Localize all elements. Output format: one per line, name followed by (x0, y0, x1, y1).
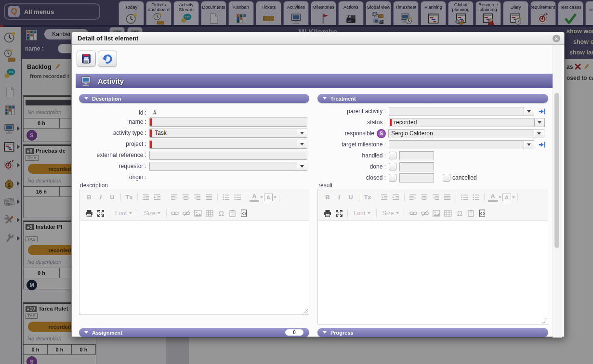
link-icon[interactable] (170, 208, 180, 219)
remove-format-icon[interactable]: Tx (363, 192, 372, 203)
done-checkbox[interactable] (389, 163, 396, 170)
activity-type-select[interactable]: Task (149, 129, 297, 138)
tab-planning[interactable]: Planning (421, 1, 446, 25)
section-description[interactable]: Description (79, 94, 309, 103)
underline-icon[interactable]: U (346, 192, 356, 203)
dialog-scrollbar[interactable] (553, 45, 562, 338)
size-dropdown[interactable]: Size (144, 210, 160, 217)
link-icon[interactable] (409, 208, 418, 219)
project-dropdown-button[interactable] (297, 140, 307, 149)
sidebar-item-activity-stream[interactable] (3, 66, 21, 81)
tab-global-planning[interactable]: Global planning (448, 1, 474, 25)
sidebar-item-admin-menu[interactable] (3, 231, 21, 246)
tab-test-sessions[interactable]: Test sessions (585, 1, 593, 25)
text-color-icon[interactable]: A (250, 193, 259, 202)
align-center-icon[interactable] (181, 192, 191, 203)
paste-from-word-icon[interactable] (228, 208, 237, 219)
source-icon[interactable] (478, 208, 488, 219)
show-work-link[interactable]: show work o (567, 28, 593, 35)
tab-milestones[interactable]: Milestones (311, 1, 336, 25)
maximize-icon[interactable] (334, 208, 344, 219)
dialog-title-bar[interactable]: Detail of list element × (72, 32, 564, 45)
indent-icon[interactable] (391, 192, 401, 203)
bg-color-icon[interactable]: A (502, 194, 511, 201)
description-editor[interactable]: B I U Tx A A Font Size (79, 189, 309, 315)
sidebar-item-documents[interactable] (3, 85, 21, 99)
responsible-select[interactable]: Sergio Calderon (388, 129, 534, 138)
resize-handle[interactable] (542, 318, 547, 323)
tab-global-view[interactable]: Global view (366, 1, 391, 25)
sidebar-item-today[interactable] (3, 30, 21, 44)
handled-date-input[interactable] (399, 151, 434, 160)
sidebar-item-requirements-menu[interactable] (3, 158, 21, 172)
tab-today[interactable]: Today (119, 1, 144, 25)
sidebar-item-activities-menu[interactable] (3, 121, 21, 136)
italic-icon[interactable]: I (334, 192, 344, 203)
tab-requirements[interactable]: Requirements (530, 1, 556, 25)
align-right-icon[interactable] (193, 192, 202, 203)
align-center-icon[interactable] (420, 192, 429, 203)
status-dropdown-button[interactable] (535, 118, 545, 127)
responsible-dropdown-button[interactable] (534, 129, 544, 138)
sidebar-item-reports-menu[interactable] (3, 195, 21, 209)
numbered-list-icon[interactable] (221, 192, 231, 203)
source-icon[interactable] (239, 208, 249, 219)
table-icon[interactable] (443, 208, 453, 219)
result-editor[interactable]: B I U Tx A A Font Size (317, 189, 548, 325)
goto-target-milestone-button[interactable] (538, 141, 546, 149)
tab-activities[interactable]: Activities (283, 1, 309, 25)
image-icon[interactable] (432, 208, 441, 219)
requestor-dropdown-button[interactable] (297, 162, 307, 171)
delete-icon[interactable] (574, 63, 581, 70)
sidebar-item-financial-menu[interactable] (3, 176, 21, 191)
bold-icon[interactable]: B (84, 192, 94, 203)
pencil-icon[interactable] (583, 63, 590, 70)
size-dropdown[interactable]: Size (382, 210, 399, 217)
remove-format-icon[interactable]: Tx (124, 192, 134, 203)
show-large-link[interactable]: show larg (569, 49, 593, 56)
font-dropdown[interactable]: Font (115, 210, 132, 217)
external-reference-input[interactable] (149, 151, 307, 160)
bg-color-icon[interactable]: A (264, 194, 273, 201)
tab-tickets[interactable]: Tickets (256, 1, 281, 25)
name-input[interactable] (149, 117, 307, 127)
font-dropdown[interactable]: Font (354, 210, 370, 217)
all-menus-button[interactable]: Q All menus (4, 3, 100, 20)
undo-button[interactable] (98, 51, 117, 67)
outdent-icon[interactable] (141, 192, 151, 203)
result-editor-content[interactable] (318, 221, 548, 324)
target-milestone-dropdown-button[interactable] (524, 140, 534, 149)
section-progress[interactable]: Progress (317, 328, 548, 337)
tab-tickets-dashboard[interactable]: Tickets dashboard (146, 1, 171, 25)
parent-activity-select[interactable] (389, 107, 524, 116)
sidebar-item-planning-menu[interactable] (3, 140, 21, 154)
done-date-input[interactable] (399, 162, 434, 171)
section-assignment[interactable]: Assignment 0 (79, 328, 309, 337)
tab-activity-stream[interactable]: Activity Stream (173, 1, 199, 25)
tab-actions[interactable]: Actions (338, 1, 364, 25)
align-justify-icon[interactable] (204, 192, 214, 203)
bullet-list-icon[interactable] (233, 192, 242, 203)
handled-checkbox[interactable] (389, 152, 396, 159)
table-icon[interactable] (205, 208, 214, 219)
print-icon[interactable] (84, 208, 94, 219)
tab-kanban[interactable]: Kanban (228, 1, 254, 25)
tab-test-cases[interactable]: Test cases (558, 1, 583, 25)
activity-type-dropdown-button[interactable] (297, 129, 307, 138)
bold-icon[interactable]: B (323, 192, 332, 203)
tab-timesheet[interactable]: Timesheet (393, 1, 419, 25)
text-color-icon[interactable]: A (488, 193, 498, 202)
outdent-icon[interactable] (380, 192, 389, 203)
paste-from-word-icon[interactable] (466, 208, 476, 219)
cancelled-checkbox[interactable] (443, 174, 450, 182)
underline-icon[interactable]: U (107, 192, 117, 203)
special-char-icon[interactable]: Ω (455, 208, 464, 219)
tab-documents[interactable]: Documents (201, 1, 226, 25)
sidebar-item-kanban[interactable] (3, 103, 21, 117)
pencil-icon[interactable] (54, 63, 61, 70)
goto-parent-activity-button[interactable] (538, 107, 546, 116)
status-select[interactable]: recorded (389, 118, 535, 127)
image-icon[interactable] (193, 208, 203, 219)
tab-resource-planning[interactable]: Resource planning (475, 1, 501, 25)
section-treatment[interactable]: Treatment (317, 94, 548, 103)
